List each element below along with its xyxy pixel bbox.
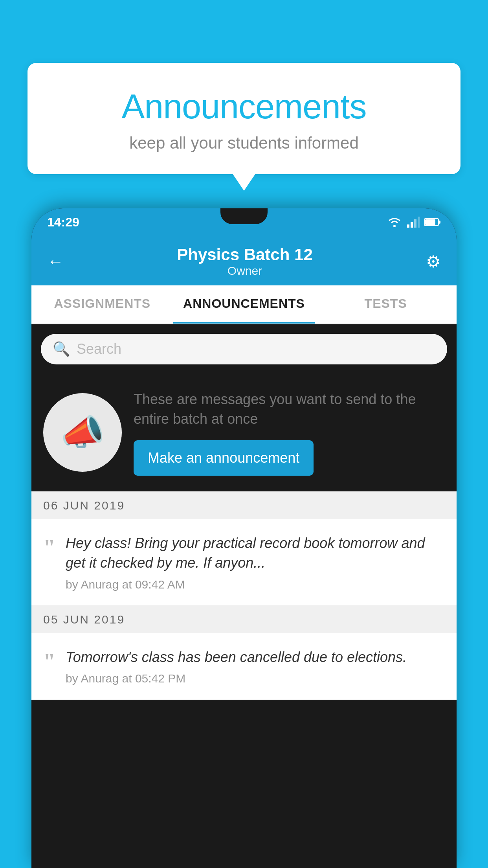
phone-content: 🔍 Search 📣 These are messages you want t…	[31, 324, 457, 700]
battery-icon	[424, 218, 441, 226]
quote-icon-2: "	[43, 651, 55, 673]
header-title: Physics Batch 12	[177, 245, 313, 264]
header-subtitle: Owner	[177, 264, 313, 278]
search-bar[interactable]: 🔍 Search	[41, 334, 447, 364]
announcement-meta-2: by Anurag at 05:42 PM	[66, 672, 445, 685]
announcement-text-2: Tomorrow's class has been cancelled due …	[66, 647, 445, 667]
search-icon: 🔍	[53, 341, 70, 357]
date-divider-1: 06 JUN 2019	[31, 492, 457, 519]
svg-rect-3	[414, 219, 416, 228]
svg-rect-1	[407, 224, 409, 228]
app-header: ← Physics Batch 12 Owner ⚙	[31, 236, 457, 285]
signal-icon	[407, 217, 420, 228]
bubble-subtitle: keep all your students informed	[47, 134, 441, 153]
announcement-item-1[interactable]: " Hey class! Bring your practical record…	[31, 519, 457, 606]
svg-rect-7	[439, 221, 440, 224]
svg-rect-4	[418, 217, 420, 228]
make-announcement-button[interactable]: Make an announcement	[134, 440, 314, 476]
announcement-text-1: Hey class! Bring your practical record b…	[66, 533, 445, 573]
announcement-item-2[interactable]: " Tomorrow's class has been cancelled du…	[31, 633, 457, 700]
bubble-title: Announcements	[47, 86, 441, 127]
announcement-content-1: Hey class! Bring your practical record b…	[66, 533, 445, 591]
svg-rect-6	[425, 219, 435, 225]
tab-tests[interactable]: TESTS	[315, 285, 457, 324]
date-divider-2: 05 JUN 2019	[31, 606, 457, 633]
status-icons	[387, 217, 441, 228]
megaphone-circle: 📣	[43, 393, 122, 472]
promo-section: 📣 These are messages you want to send to…	[31, 374, 457, 492]
back-button[interactable]: ←	[47, 252, 64, 271]
status-bar-time: 14:29	[47, 215, 79, 230]
quote-icon-1: "	[43, 537, 55, 559]
header-center: Physics Batch 12 Owner	[177, 245, 313, 278]
tab-assignments[interactable]: ASSIGNMENTS	[31, 285, 173, 324]
phone-inner-top: 14:29	[31, 208, 457, 324]
speech-bubble-section: Announcements keep all your students inf…	[28, 63, 460, 174]
promo-right: These are messages you want to send to t…	[134, 390, 445, 476]
svg-rect-2	[411, 222, 413, 228]
wifi-icon	[387, 217, 402, 228]
phone-notch	[220, 208, 268, 224]
megaphone-icon: 📣	[61, 412, 105, 453]
announcement-content-2: Tomorrow's class has been cancelled due …	[66, 647, 445, 685]
svg-point-0	[393, 225, 396, 227]
announcement-meta-1: by Anurag at 09:42 AM	[66, 578, 445, 591]
tabs-container: ASSIGNMENTS ANNOUNCEMENTS TESTS	[31, 285, 457, 324]
search-placeholder: Search	[77, 341, 121, 357]
settings-icon[interactable]: ⚙	[426, 252, 441, 271]
speech-bubble: Announcements keep all your students inf…	[28, 63, 460, 174]
promo-description: These are messages you want to send to t…	[134, 390, 445, 429]
phone-frame: 14:29	[31, 208, 457, 868]
tab-announcements[interactable]: ANNOUNCEMENTS	[173, 285, 315, 324]
